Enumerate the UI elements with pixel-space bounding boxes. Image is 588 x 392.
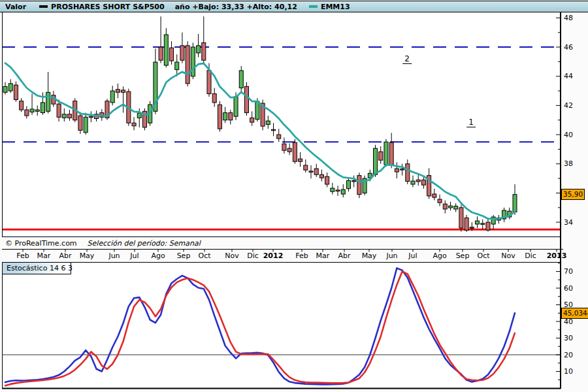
time-axis-label: Sep	[456, 252, 470, 260]
time-axis-label: Ago	[433, 252, 446, 260]
time-axis-label: 2012	[263, 252, 284, 260]
time-axis-label: Sep	[177, 252, 191, 260]
stochastic-axis-label: 60	[564, 284, 573, 293]
chart-window: Valor PROSHARES SHORT S&P500 año +Bajo: …	[0, 0, 588, 392]
stochastic-indicator-label: Estocástico 14 6 3	[2, 262, 71, 274]
time-axis-label: Nov	[225, 252, 238, 260]
time-axis-label: Ago	[151, 252, 165, 260]
price-axis-label: 40	[564, 131, 573, 139]
time-axis-label: Nov	[501, 252, 515, 260]
stochastic-value-tag: 45,0344	[561, 308, 588, 319]
time-axis-label: Oct	[198, 252, 210, 260]
copyright-text: © ProRealTime.com	[5, 239, 77, 248]
stochastic-axis-label: 70	[564, 267, 573, 276]
price-axis-label: 34	[564, 218, 573, 227]
last-price-tag: 35,90	[561, 189, 585, 200]
time-axis-label: 2013	[547, 252, 567, 260]
stochastic-axis-label: 30	[564, 334, 573, 342]
time-axis-label: Jun	[108, 252, 120, 260]
time-axis-label: Jul	[130, 252, 139, 260]
time-axis-label: Abr	[338, 252, 350, 260]
time-axis-label: Dic	[525, 252, 536, 260]
time-axis-label: Dic	[247, 252, 259, 260]
time-axis-label: Mar	[316, 252, 330, 260]
price-axis-label: 38	[564, 159, 573, 168]
time-axis-label: Feb	[16, 252, 29, 260]
price-pane[interactable]	[2, 12, 561, 237]
time-axis-label: Mar	[37, 252, 51, 260]
price-axis-label: 44	[564, 72, 573, 80]
footer-note: © ProRealTime.comSelección del período: …	[5, 239, 201, 248]
price-level-annotation: 2	[402, 55, 412, 64]
time-axis-label: Jul	[408, 252, 417, 260]
time-axis-label: Oct	[477, 252, 489, 260]
price-axis-label: 48	[564, 14, 573, 22]
stochastic-pane[interactable]	[2, 262, 561, 388]
time-axis-label: Feb	[295, 252, 308, 260]
time-axis-label: May	[80, 252, 95, 260]
time-axis-label: Abr	[59, 252, 71, 260]
price-axis-label: 46	[564, 43, 573, 52]
price-level-annotation: 1	[466, 118, 476, 127]
stochastic-axis-label: 20	[564, 351, 573, 359]
time-axis-label: May	[362, 252, 377, 260]
time-axis-label: Jun	[386, 252, 397, 260]
stochastic-axis-label: 10	[564, 367, 573, 376]
price-axis-label: 42	[564, 101, 573, 110]
period-selection-text: Selección del período: Semanal	[88, 239, 201, 248]
